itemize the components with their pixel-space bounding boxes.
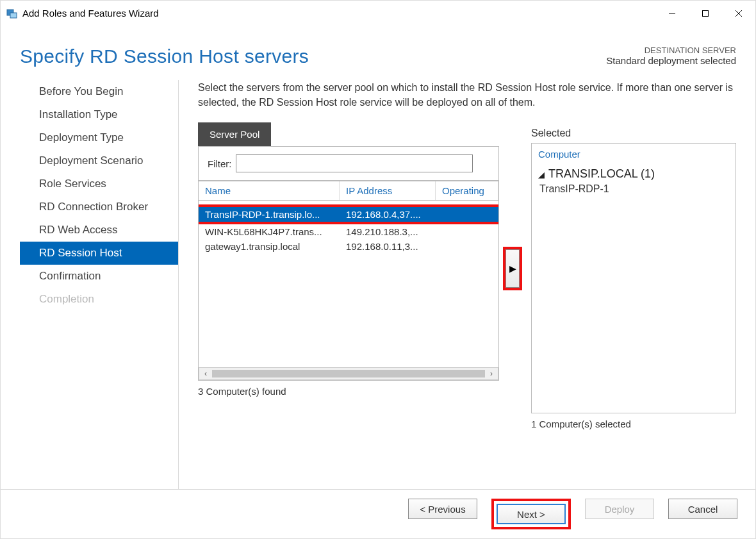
content-pane: Select the servers from the server pool … bbox=[179, 80, 736, 489]
step-before-you-begin[interactable]: Before You Begin bbox=[20, 80, 178, 103]
cell-ip: 192.168.0.11,3... bbox=[340, 239, 436, 254]
highlight-next-button: Next > bbox=[491, 499, 571, 529]
cancel-button[interactable]: Cancel bbox=[668, 499, 737, 519]
triangle-down-icon: ◢ bbox=[538, 170, 545, 179]
close-button[interactable] bbox=[722, 1, 755, 26]
panels: Server Pool Filter: Name IP Address Oper… bbox=[198, 122, 736, 489]
cell-name: gateway1.transip.local bbox=[199, 239, 340, 254]
cell-os bbox=[436, 207, 498, 222]
col-header-os[interactable]: Operating bbox=[436, 181, 498, 200]
app-icon bbox=[6, 7, 19, 20]
selected-footer-count: 1 Computer(s) selected bbox=[531, 419, 736, 429]
scroll-right-icon[interactable]: › bbox=[485, 369, 498, 378]
wizard-steps-sidebar: Before You Begin Installation Type Deplo… bbox=[20, 80, 179, 489]
step-confirmation[interactable]: Confirmation bbox=[20, 265, 178, 288]
filter-input[interactable] bbox=[236, 154, 473, 172]
triangle-right-icon: ▶ bbox=[509, 263, 516, 274]
col-header-ip[interactable]: IP Address bbox=[340, 181, 436, 200]
table-row[interactable]: gateway1.transip.local 192.168.0.11,3... bbox=[199, 239, 498, 254]
main-area: Before You Begin Installation Type Deplo… bbox=[1, 80, 755, 489]
step-installation-type[interactable]: Installation Type bbox=[20, 103, 178, 126]
filter-box: Filter: bbox=[198, 146, 499, 181]
window-controls bbox=[655, 1, 755, 26]
add-server-button[interactable]: ▶ bbox=[505, 249, 520, 288]
minimize-button[interactable] bbox=[655, 1, 689, 26]
step-completion: Completion bbox=[20, 288, 178, 311]
pool-table-header: Name IP Address Operating bbox=[199, 181, 498, 201]
svg-rect-3 bbox=[703, 10, 709, 16]
step-rd-connection-broker[interactable]: RD Connection Broker bbox=[20, 195, 178, 219]
server-pool-panel: Server Pool Filter: Name IP Address Oper… bbox=[198, 122, 499, 397]
step-deployment-scenario[interactable]: Deployment Scenario bbox=[20, 149, 178, 172]
step-role-services[interactable]: Role Services bbox=[20, 172, 178, 195]
server-pool-tab[interactable]: Server Pool bbox=[198, 122, 271, 146]
pool-footer-count: 3 Computer(s) found bbox=[198, 386, 499, 397]
server-pool-table: Name IP Address Operating TransIP-RDP-1.… bbox=[198, 181, 499, 381]
page-title: Specify RD Session Host servers bbox=[20, 46, 309, 67]
scroll-left-icon[interactable]: ‹ bbox=[199, 369, 212, 378]
destination-value: Standard deployment selected bbox=[606, 55, 736, 66]
filter-label: Filter: bbox=[208, 158, 232, 169]
step-rd-web-access[interactable]: RD Web Access bbox=[20, 219, 178, 242]
next-button[interactable]: Next > bbox=[497, 504, 566, 524]
scroll-track[interactable] bbox=[212, 370, 485, 377]
selected-group-label: TRANSIP.LOCAL (1) bbox=[548, 167, 655, 180]
cell-name: WIN-K5L68HKJ4P7.trans... bbox=[199, 224, 340, 239]
step-deployment-type[interactable]: Deployment Type bbox=[20, 126, 178, 149]
cell-os bbox=[436, 239, 498, 254]
horizontal-scrollbar[interactable]: ‹ › bbox=[199, 367, 498, 380]
cell-os bbox=[436, 224, 498, 239]
step-rd-session-host[interactable]: RD Session Host bbox=[20, 242, 178, 265]
selected-panel: Selected Computer ◢TRANSIP.LOCAL (1) Tra… bbox=[531, 122, 736, 429]
table-row[interactable]: TransIP-RDP-1.transip.lo... 192.168.0.4,… bbox=[199, 207, 498, 222]
cell-name: TransIP-RDP-1.transip.lo... bbox=[199, 207, 340, 222]
table-row[interactable]: WIN-K5L68HKJ4P7.trans... 149.210.188.3,.… bbox=[199, 224, 498, 239]
highlight-add-button: ▶ bbox=[503, 247, 522, 290]
cell-ip: 192.168.0.4,37.... bbox=[340, 207, 436, 222]
selected-label: Selected bbox=[531, 128, 736, 139]
deploy-button: Deploy bbox=[585, 499, 654, 519]
header-area: Specify RD Session Host servers DESTINAT… bbox=[1, 26, 755, 80]
window-title: Add Roles and Features Wizard bbox=[22, 8, 159, 19]
svg-rect-1 bbox=[10, 13, 17, 18]
instruction-text: Select the servers from the server pool … bbox=[198, 80, 736, 110]
previous-button[interactable]: < Previous bbox=[408, 499, 477, 519]
wizard-footer: < Previous Next > Deploy Cancel bbox=[1, 489, 755, 538]
selected-item[interactable]: TransIP-RDP-1 bbox=[539, 183, 729, 195]
destination-label: DESTINATION SERVER bbox=[606, 46, 736, 55]
col-header-name[interactable]: Name bbox=[199, 181, 340, 200]
highlight-selected-row: TransIP-RDP-1.transip.lo... 192.168.0.4,… bbox=[199, 204, 498, 224]
titlebar: Add Roles and Features Wizard bbox=[1, 1, 755, 26]
selected-group[interactable]: ◢TRANSIP.LOCAL (1) bbox=[538, 167, 729, 181]
pool-rows: TransIP-RDP-1.transip.lo... 192.168.0.4,… bbox=[199, 201, 498, 367]
selected-listbox[interactable]: Computer ◢TRANSIP.LOCAL (1) TransIP-RDP-… bbox=[531, 143, 736, 413]
wizard-window: Add Roles and Features Wizard Specify RD… bbox=[0, 0, 756, 539]
cell-ip: 149.210.188.3,... bbox=[340, 224, 436, 239]
maximize-button[interactable] bbox=[689, 1, 722, 26]
destination-box: DESTINATION SERVER Standard deployment s… bbox=[606, 46, 736, 66]
selected-header: Computer bbox=[538, 149, 729, 160]
